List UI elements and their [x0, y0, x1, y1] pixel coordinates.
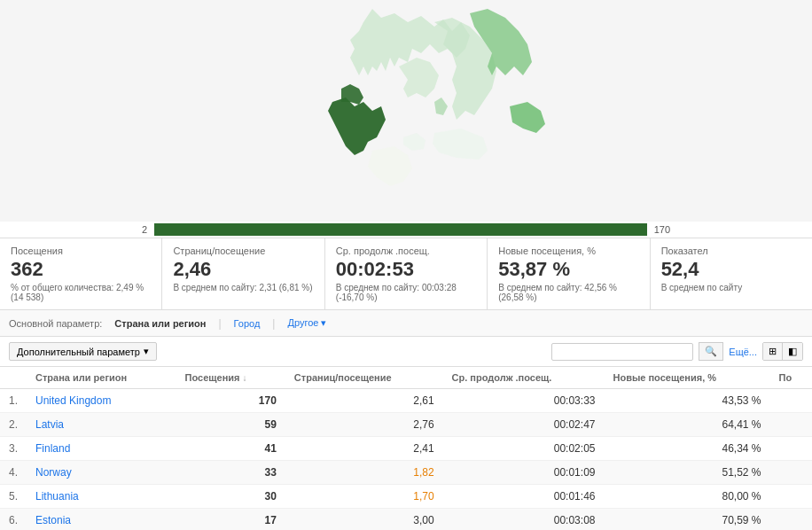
visits-cell: 17: [176, 509, 285, 530]
new-visits-cell: 64,41 %: [604, 413, 769, 437]
duration-cell: 00:02:47: [443, 413, 605, 437]
table-row: 6. Estonia 17 3,00 00:03:08 70,59 %: [0, 509, 812, 530]
stat-pages: Страниц/посещение 2,46 В среднем по сайт…: [162, 238, 324, 309]
new-visits-cell: 46,34 %: [604, 437, 769, 461]
stat-duration-value: 00:02:53: [336, 258, 476, 281]
table-row: 1. United Kingdom 170 2,61 00:03:33 43,5…: [0, 389, 812, 413]
country-cell: United Kingdom: [27, 389, 176, 413]
search-input[interactable]: [551, 343, 693, 361]
new-visits-cell: 80,00 %: [604, 485, 769, 509]
list-view-button[interactable]: ◧: [783, 343, 802, 360]
stat-pages-label: Страниц/посещение: [173, 246, 313, 256]
indicator-cell: [770, 389, 812, 413]
row-num: 4.: [0, 461, 27, 485]
map-bar: [154, 223, 647, 236]
toolbar-right: 🔍 Ещё... ⊞ ◧: [551, 342, 803, 361]
new-visits-cell: 43,53 %: [604, 389, 769, 413]
col-visits-header[interactable]: Посещения ↓: [176, 367, 285, 389]
col-country-header: Страна или регион: [27, 367, 176, 389]
param-button[interactable]: Дополнительный параметр ▾: [9, 342, 157, 361]
new-visits-cell: 70,59 %: [604, 509, 769, 530]
stat-duration-label: Ср. продолж .посещ.: [336, 246, 476, 256]
row-num: 6.: [0, 509, 27, 530]
pages-cell: 1,70: [285, 485, 443, 509]
country-link[interactable]: Norway: [35, 466, 72, 479]
col-duration-header[interactable]: Ср. продолж .посещ.: [443, 367, 605, 389]
stat-visits: Посещения 362 % от общего количества: 2,…: [0, 238, 162, 309]
country-cell: Estonia: [27, 509, 176, 530]
data-table: Страна или регион Посещения ↓ Страниц/по…: [0, 367, 812, 530]
stat-duration-sub: В среднем по сайту: 00:03:28 (-16,70 %): [336, 283, 476, 302]
visits-cell: 30: [176, 485, 285, 509]
pages-cell: 1,82: [285, 461, 443, 485]
toolbar-left: Дополнительный параметр ▾: [9, 342, 157, 361]
stat-visits-value: 362: [11, 258, 151, 281]
new-visits-cell: 51,52 %: [604, 461, 769, 485]
stat-new-value: 53,87 %: [498, 258, 638, 281]
dropdown-arrow-icon: ▾: [321, 317, 326, 328]
country-link[interactable]: Finland: [35, 442, 70, 455]
pages-cell: 2,61: [285, 389, 443, 413]
pages-cell: 3,00: [285, 509, 443, 530]
table-row: 5. Lithuania 30 1,70 00:01:46 80,00 %: [0, 485, 812, 509]
table-row: 2. Latvia 59 2,76 00:02:47 64,41 %: [0, 413, 812, 437]
search-button[interactable]: 🔍: [699, 342, 723, 361]
country-cell: Finland: [27, 437, 176, 461]
tabs-prefix: Основной параметр:: [9, 318, 102, 329]
stat-new-visits: Новые посещения, % 53,87 % В среднем по …: [488, 238, 650, 309]
col-pages-header[interactable]: Страниц/посещение: [285, 367, 443, 389]
duration-cell: 00:03:08: [443, 509, 605, 530]
pages-cell: 2,41: [285, 437, 443, 461]
country-link[interactable]: Lithuania: [35, 490, 79, 503]
grid-view-button[interactable]: ⊞: [763, 343, 783, 360]
eshche-button[interactable]: Ещё...: [729, 347, 757, 357]
stat-new-sub: В среднем по сайту: 42,56 % (26,58 %): [498, 283, 638, 302]
map-max-label: 170: [654, 224, 670, 235]
visits-cell: 170: [176, 389, 285, 413]
tab-other[interactable]: Другое ▾: [284, 316, 330, 331]
stat-pages-value: 2,46: [173, 258, 313, 281]
stat-new-label: Новые посещения, %: [498, 246, 638, 256]
stats-row: Посещения 362 % от общего количества: 2,…: [0, 238, 812, 310]
country-cell: Latvia: [27, 413, 176, 437]
row-num: 2.: [0, 413, 27, 437]
tab-country[interactable]: Страна или регион: [111, 316, 209, 331]
toolbar: Дополнительный параметр ▾ 🔍 Ещё... ⊞ ◧: [0, 337, 812, 367]
stat-indicator-value: 52,4: [661, 258, 801, 281]
map-legend: 2 170: [0, 222, 812, 238]
row-num: 5.: [0, 485, 27, 509]
sort-arrow-icon: ↓: [243, 373, 247, 383]
col-new-header[interactable]: Новые посещения, %: [604, 367, 769, 389]
map-min-label: 2: [142, 224, 147, 235]
country-cell: Lithuania: [27, 485, 176, 509]
visits-cell: 59: [176, 413, 285, 437]
row-num: 3.: [0, 437, 27, 461]
country-cell: Norway: [27, 461, 176, 485]
list-icon: ◧: [788, 346, 797, 356]
country-link[interactable]: United Kingdom: [35, 394, 111, 407]
visits-cell: 41: [176, 437, 285, 461]
duration-cell: 00:01:46: [443, 485, 605, 509]
grid-icon: ⊞: [769, 346, 777, 356]
duration-cell: 00:03:33: [443, 389, 605, 413]
table-header-row: Страна или регион Посещения ↓ Страниц/по…: [0, 367, 812, 389]
duration-cell: 00:01:09: [443, 461, 605, 485]
pages-cell: 2,76: [285, 413, 443, 437]
duration-cell: 00:02:05: [443, 437, 605, 461]
search-icon: 🔍: [705, 346, 717, 356]
map-area: [0, 0, 812, 222]
dropdown-arrow-icon: ▾: [144, 346, 149, 357]
stat-indicator-label: Показател: [661, 246, 801, 256]
indicator-cell: [770, 413, 812, 437]
table-row: 4. Norway 33 1,82 00:01:09 51,52 %: [0, 461, 812, 485]
visits-cell: 33: [176, 461, 285, 485]
country-link[interactable]: Estonia: [35, 514, 71, 526]
tab-city[interactable]: Город: [230, 316, 264, 331]
stat-indicator-sub: В среднем по сайту: [661, 283, 801, 292]
indicator-cell: [770, 461, 812, 485]
col-indicator-header[interactable]: По: [770, 367, 812, 389]
table-row: 3. Finland 41 2,41 00:02:05 46,34 %: [0, 437, 812, 461]
view-buttons: ⊞ ◧: [762, 342, 803, 361]
country-link[interactable]: Latvia: [35, 418, 64, 431]
stat-visits-sub: % от общего количества: 2,49 % (14 538): [11, 283, 151, 302]
